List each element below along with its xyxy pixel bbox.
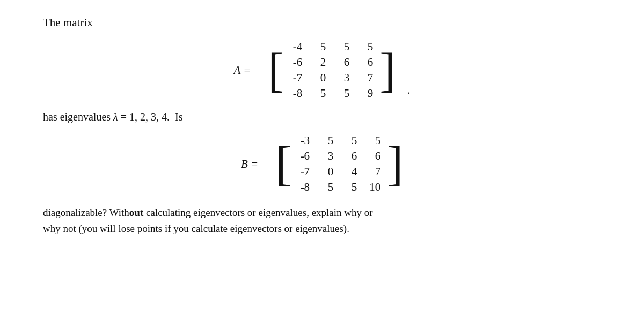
matrix-cell: 10 [369,181,380,194]
matrix-cell: 5 [338,87,349,100]
matrix-a-block: A = [ -4555-6266-7037-8559 ] . [43,39,601,101]
title: The matrix [43,16,601,29]
matrix-cell: 0 [314,71,326,85]
matrix-a-grid: -4555-6266-7037-8559 [284,39,379,101]
bracket-right-b: ] [387,140,403,188]
matrix-cell: 5 [345,134,357,147]
matrix-cell: 5 [321,181,333,194]
matrix-a: [ -4555-6266-7037-8559 ] [268,39,396,101]
matrix-cell: -3 [298,134,310,147]
matrix-cell: -6 [290,56,302,69]
matrix-cell: -8 [290,87,302,100]
matrix-cell: 6 [361,56,373,69]
matrix-cell: 5 [314,87,326,100]
matrix-cell: 7 [369,165,380,178]
matrix-b-label: B = [241,158,258,171]
matrix-b: [ -3555-6366-7047-85510 ] [275,133,403,195]
matrix-cell: 3 [338,71,349,85]
main-content: The matrix A = [ -4555-6266-7037-8559 ] … [43,16,601,237]
matrix-cell: 5 [321,134,333,147]
matrix-cell: 6 [338,56,349,69]
matrix-cell: -8 [298,181,310,194]
matrix-cell: 2 [314,56,326,69]
bold-out: out [129,207,143,218]
matrix-cell: 0 [321,165,333,178]
matrix-a-label: A = [233,64,251,77]
matrix-cell: 5 [369,134,380,147]
matrix-cell: 4 [345,165,357,178]
matrix-cell: 5 [314,40,326,54]
matrix-cell: 5 [338,40,349,54]
matrix-cell: 5 [345,181,357,194]
final-text: diagonalizable? Without calculating eige… [43,205,601,237]
matrix-cell: 9 [361,87,373,100]
matrix-cell: 5 [361,40,373,54]
matrix-cell: -7 [290,71,302,85]
matrix-cell: 7 [361,71,373,85]
bracket-right-a: ] [379,46,396,94]
matrix-cell: -6 [298,149,310,163]
why-not-line: why not (you will lose points if you cal… [43,223,349,234]
matrix-b-grid: -3555-6366-7047-85510 [291,133,387,195]
matrix-cell: -4 [290,40,302,54]
matrix-cell: 3 [321,149,333,163]
matrix-b-block: B = [ -3555-6366-7047-85510 ] [43,133,601,195]
bracket-left-a: [ [268,46,284,94]
matrix-cell: -7 [298,165,310,178]
matrix-cell: 6 [345,149,357,163]
bracket-left-b: [ [275,140,291,188]
matrix-a-dot: . [407,84,410,101]
eigenvalues-line: has eigenvalues λ = 1, 2, 3, 4. Is [43,111,601,123]
matrix-cell: 6 [369,149,380,163]
